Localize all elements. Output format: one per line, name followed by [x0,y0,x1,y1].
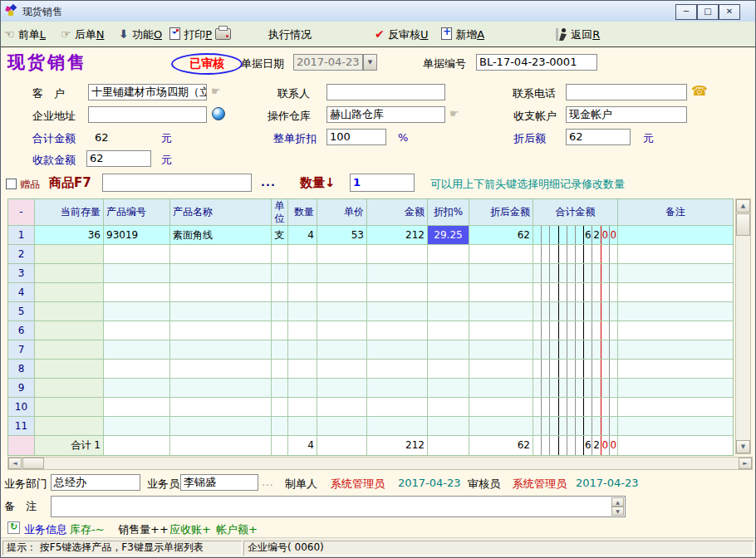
add-new-button[interactable]: 新增A [441,27,484,42]
cell-note[interactable] [618,321,733,340]
cell-note[interactable] [618,264,733,283]
cell-discount[interactable] [428,379,469,398]
cell-note[interactable] [618,226,733,245]
discounted-amount-field[interactable]: 62 [566,129,631,145]
doc-date-field[interactable]: 2017-04-23 [293,54,363,71]
cell-qty[interactable] [288,283,317,302]
cell-discounted[interactable] [469,321,533,340]
salesman-field[interactable]: 李锦盛 [180,474,258,491]
cell-stock[interactable] [35,398,104,417]
cell-discounted[interactable] [469,340,533,360]
cell-note[interactable] [618,340,733,360]
hscroll-thumb[interactable] [22,458,44,469]
cell-note[interactable] [618,360,733,379]
cell-name[interactable]: 素面角线 [170,226,272,245]
cell-price[interactable] [317,245,367,264]
cell-unit[interactable] [272,302,288,321]
doc-no-field[interactable]: BL-17-04-23-0001 [476,54,597,71]
cell-grid[interactable] [533,360,618,379]
cell-discount[interactable] [428,264,469,283]
cell-discount[interactable] [428,302,469,321]
cell-num[interactable]: 1 [8,226,35,245]
cell-unit[interactable] [272,245,288,264]
cell-code[interactable] [104,264,170,283]
cell-amount[interactable] [367,302,428,321]
cell-discount[interactable] [428,360,469,379]
cell-note[interactable] [618,283,733,302]
next-order-button[interactable]: ☞ 后单N [61,27,104,42]
account-balance-link[interactable]: 帐户额+ [216,522,258,537]
cell-amount[interactable] [367,245,428,264]
cell-qty[interactable] [288,245,317,264]
cell-num[interactable]: 5 [8,302,35,321]
cell-price[interactable] [317,283,367,302]
cell-qty[interactable] [288,360,317,379]
cell-grid[interactable] [533,417,618,436]
cell-qty[interactable] [288,398,317,417]
cell-discount[interactable]: 29.25 [428,226,469,245]
cell-note[interactable] [618,245,733,264]
cell-qty[interactable] [288,321,317,340]
cell-discount[interactable] [428,340,469,360]
qty-field[interactable]: 1 [350,174,415,192]
cell-note[interactable] [618,302,733,321]
cell-qty[interactable] [288,340,317,360]
cell-amount[interactable]: 212 [367,226,428,245]
cell-amount[interactable] [367,379,428,398]
cell-unit[interactable] [272,340,288,360]
cell-code[interactable] [104,379,170,398]
cell-unit[interactable] [272,264,288,283]
cell-name[interactable] [170,321,272,340]
execution-status-label[interactable]: 执行情况 [268,27,312,42]
cell-qty[interactable] [288,417,317,436]
cell-code[interactable] [104,245,170,264]
cell-amount[interactable] [367,264,428,283]
cell-note[interactable] [618,398,733,417]
cell-qty[interactable] [288,264,317,283]
cell-grid[interactable] [533,379,618,398]
cell-name[interactable] [170,245,272,264]
cell-num[interactable]: 11 [8,417,35,436]
cell-price[interactable] [317,379,367,398]
cell-code[interactable] [104,302,170,321]
cell-num[interactable]: 10 [8,398,35,417]
print-button[interactable]: 打印P [169,27,231,42]
cell-code[interactable] [104,398,170,417]
cell-name[interactable] [170,398,272,417]
cell-grid[interactable]: 6200 [533,226,618,245]
vscroll-thumb[interactable] [736,213,750,236]
business-info-link[interactable]: 业务信息 [24,522,67,537]
table-vscrollbar[interactable]: ▲ ▼ [735,198,751,454]
cell-discounted[interactable] [469,360,533,379]
globe-icon[interactable] [212,107,225,120]
cell-amount[interactable] [367,340,428,360]
cell-code[interactable]: 93019 [104,226,170,245]
cell-discounted[interactable] [469,283,533,302]
cell-stock[interactable] [35,264,104,283]
cell-name[interactable] [170,283,272,302]
cell-discounted[interactable] [469,245,533,264]
customer-picker-hand-icon[interactable]: ☛ [211,85,221,97]
gift-checkbox[interactable] [6,179,17,189]
customer-field[interactable]: 十里铺建材市场四期（立 [88,84,207,100]
whole-discount-field[interactable]: 100 [326,129,386,145]
department-field[interactable]: 总经办 [51,474,140,491]
cell-num[interactable]: 4 [8,283,35,302]
minimize-button[interactable]: ─ [675,4,697,20]
cell-price[interactable] [317,417,367,436]
spin-up-icon[interactable]: ▲ [611,497,624,507]
cell-name[interactable] [170,417,272,436]
cell-num[interactable]: 9 [8,379,35,398]
cell-name[interactable] [170,379,272,398]
cell-discounted[interactable]: 62 [469,226,533,245]
scroll-up-button[interactable]: ▲ [736,199,750,213]
cell-code[interactable] [104,321,170,340]
cell-unit[interactable] [272,417,288,436]
product-more-button[interactable]: ... [261,176,276,188]
scroll-down-button[interactable]: ▼ [736,440,750,453]
prev-order-button[interactable]: ☜ 前单L [4,27,46,42]
cell-code[interactable] [104,283,170,302]
return-button[interactable]: 返回R [556,27,600,42]
cell-qty[interactable] [288,379,317,398]
cell-code[interactable] [104,417,170,436]
